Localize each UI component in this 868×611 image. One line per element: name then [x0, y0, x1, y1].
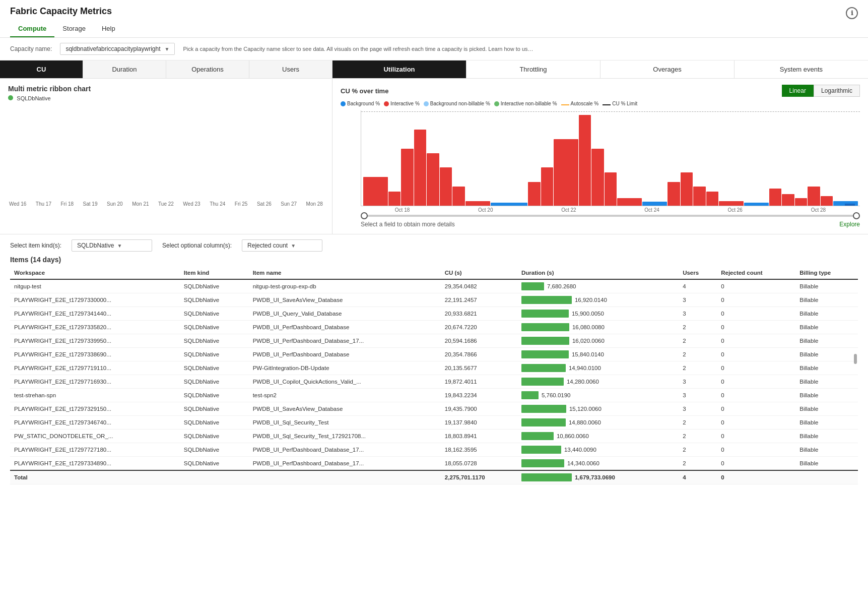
- data-table: Workspace Item kind Item name CU (s) Dur…: [10, 267, 858, 484]
- table-row: nitgup-test SQLDbNative nitgup-test-grou…: [10, 279, 858, 293]
- info-icon[interactable]: ℹ: [846, 7, 858, 19]
- duration-bar: [521, 418, 566, 426]
- item-kind-dropdown[interactable]: SQLDbNative ▼: [72, 239, 152, 252]
- cell-item-name: PWDB_UI_Query_Valid_Database: [249, 307, 441, 321]
- legend-autoscale-label: Autoscale %: [571, 101, 599, 106]
- cell-item-name: PWDB_UI_PerfDashboard_Database: [249, 321, 441, 334]
- range-slider[interactable]: [361, 215, 860, 217]
- cell-cu: 20,354.7866: [441, 348, 517, 361]
- optional-col-dropdown[interactable]: Rejected count ▼: [242, 239, 322, 252]
- cell-workspace: nitgup-test: [10, 279, 180, 293]
- cell-item-kind: SQLDbNative: [180, 361, 249, 375]
- cu-bar: [427, 153, 439, 206]
- scale-logarithmic-button[interactable]: Logarithmic: [814, 85, 860, 97]
- nav-help[interactable]: Help: [94, 21, 123, 37]
- cell-rejected: 0: [717, 334, 795, 348]
- cell-billing: Billable: [795, 402, 858, 416]
- scale-linear-button[interactable]: Linear: [782, 85, 814, 97]
- capacity-value: sqldbnativefabriccapacityplaywright: [65, 45, 160, 52]
- cell-item-name: PWDB_UI_PerfDashboard_Database_17...: [249, 334, 441, 348]
- cell-workspace: PLAYWRIGHT_E2E_t17297341440...: [10, 307, 180, 321]
- legend-background-color: [341, 101, 346, 106]
- item-kind-label: Select item kind(s):: [10, 242, 61, 249]
- explore-link[interactable]: Explore: [839, 221, 860, 228]
- cu-bar: [554, 139, 578, 206]
- cell-billing: Billable: [795, 389, 858, 402]
- right-panel: Utilization Throttling Overages System e…: [332, 60, 868, 234]
- cell-billing: Billable: [795, 361, 858, 375]
- duration-bar: [521, 337, 569, 345]
- capacity-hint: Pick a capacity from the Capacity name s…: [183, 46, 536, 52]
- tab-operations[interactable]: Operations: [166, 60, 249, 78]
- col-rejected: Rejected count: [717, 267, 795, 279]
- bottom-section: Select item kind(s): SQLDbNative ▼ Selec…: [0, 234, 868, 484]
- cell-cu: 20,674.7220: [441, 321, 517, 334]
- col-cu: CU (s): [441, 267, 517, 279]
- cell-item-kind: SQLDbNative: [180, 348, 249, 361]
- table-row: PLAYWRIGHT_E2E_t17297330000... SQLDbNati…: [10, 293, 858, 307]
- cell-item-name: nitgup-test-group-exp-db: [249, 279, 441, 293]
- tab-utilization[interactable]: Utilization: [332, 60, 466, 78]
- tab-throttling[interactable]: Throttling: [466, 60, 600, 78]
- cell-item-kind: SQLDbNative: [180, 279, 249, 293]
- app-title: Fabric Capacity Metrics: [10, 6, 858, 17]
- left-panel: CU Duration Operations Users Multi metri…: [0, 60, 332, 234]
- cell-rejected: 0: [717, 389, 795, 402]
- cell-users: 2: [679, 361, 717, 375]
- cell-users: 3: [679, 389, 717, 402]
- slider-left-handle[interactable]: [361, 212, 368, 219]
- scrollbar-thumb[interactable]: [854, 354, 857, 364]
- cu-bar: [388, 192, 400, 206]
- cu-legend: Background % Interactive % Background no…: [341, 101, 860, 106]
- table-container: Workspace Item kind Item name CU (s) Dur…: [10, 267, 858, 484]
- col-item-kind: Item kind: [180, 267, 249, 279]
- duration-bar: [521, 459, 564, 467]
- cu-bar: [541, 167, 553, 206]
- cu-bar: [808, 187, 820, 206]
- tab-overages[interactable]: Overages: [600, 60, 735, 78]
- tab-cu[interactable]: CU: [0, 60, 83, 78]
- cell-duration: 14,940.0100: [517, 361, 679, 375]
- cell-item-kind: SQLDbNative: [180, 389, 249, 402]
- left-tab-bar: CU Duration Operations Users: [0, 60, 332, 79]
- legend-bg-nonbillable-label: Background non-billable %: [430, 101, 490, 106]
- tab-system-events[interactable]: System events: [735, 60, 868, 78]
- legend-autoscale-line: [561, 104, 569, 105]
- cell-workspace: PLAYWRIGHT_E2E_t17297330000...: [10, 293, 180, 307]
- cell-item-kind: SQLDbNative: [180, 430, 249, 443]
- cell-item-name: PWDB_UI_PerfDashboard_Database_17...: [249, 457, 441, 471]
- tab-users[interactable]: Users: [249, 60, 332, 78]
- cell-duration: 5,760.0190: [517, 389, 679, 402]
- duration-bar: [521, 391, 539, 399]
- tab-duration[interactable]: Duration: [83, 60, 166, 78]
- table-row: PW_STATIC_DONOTDELETE_OR_... SQLDbNative…: [10, 430, 858, 443]
- legend-interactive: Interactive %: [384, 101, 420, 106]
- optional-col-value: Rejected count: [247, 242, 288, 249]
- xaxis-oct28: Oct 28: [811, 207, 826, 213]
- cell-users: 2: [679, 321, 717, 334]
- cell-duration: 16,080.0080: [517, 321, 679, 334]
- cell-rejected: 0: [717, 361, 795, 375]
- nav-storage[interactable]: Storage: [54, 21, 94, 37]
- total-cu: 2,275,701.1170: [441, 470, 517, 484]
- cell-users: 3: [679, 375, 717, 389]
- table-row: PLAYWRIGHT_E2E_t17297719110... SQLDbNati…: [10, 361, 858, 375]
- cell-cu: 20,933.6821: [441, 307, 517, 321]
- nav-compute[interactable]: Compute: [10, 21, 54, 37]
- chart-legend-label: SQLDbNative: [17, 95, 50, 101]
- duration-bar: [521, 364, 566, 372]
- legend-int-nonbillable-label: Interactive non-billable %: [501, 101, 557, 106]
- slider-right-handle[interactable]: [853, 212, 860, 219]
- cell-workspace: PLAYWRIGHT_E2E_t17297727180...: [10, 443, 180, 457]
- cu-bar: [821, 196, 833, 206]
- cell-item-kind: SQLDbNative: [180, 375, 249, 389]
- table-row: PLAYWRIGHT_E2E_t17297339950... SQLDbNati…: [10, 334, 858, 348]
- cell-duration: 15,120.0060: [517, 402, 679, 416]
- cell-users: 2: [679, 430, 717, 443]
- filter-row: Select item kind(s): SQLDbNative ▼ Selec…: [10, 239, 858, 252]
- capacity-dropdown[interactable]: sqldbnativefabriccapacityplaywright ▼: [60, 43, 175, 55]
- table-row: test-strehan-spn SQLDbNative test-spn2 1…: [10, 389, 858, 402]
- table-row: PLAYWRIGHT_E2E_t17297338690... SQLDbNati…: [10, 348, 858, 361]
- duration-bar: [521, 323, 569, 331]
- cu-bar: [617, 198, 642, 206]
